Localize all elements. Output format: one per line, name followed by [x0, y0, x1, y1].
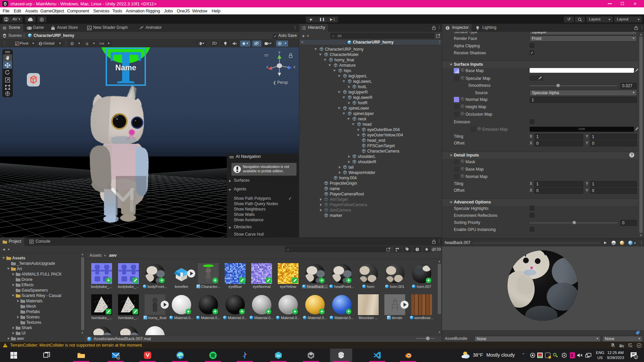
svg-text:Dv: Dv: [276, 354, 280, 357]
svg-text:2: 2: [635, 356, 637, 359]
svg-text:y: y: [278, 51, 280, 54]
svg-text:11: 11: [117, 356, 120, 359]
svg-text:z: z: [293, 65, 296, 69]
svg-text:x: x: [266, 65, 268, 69]
